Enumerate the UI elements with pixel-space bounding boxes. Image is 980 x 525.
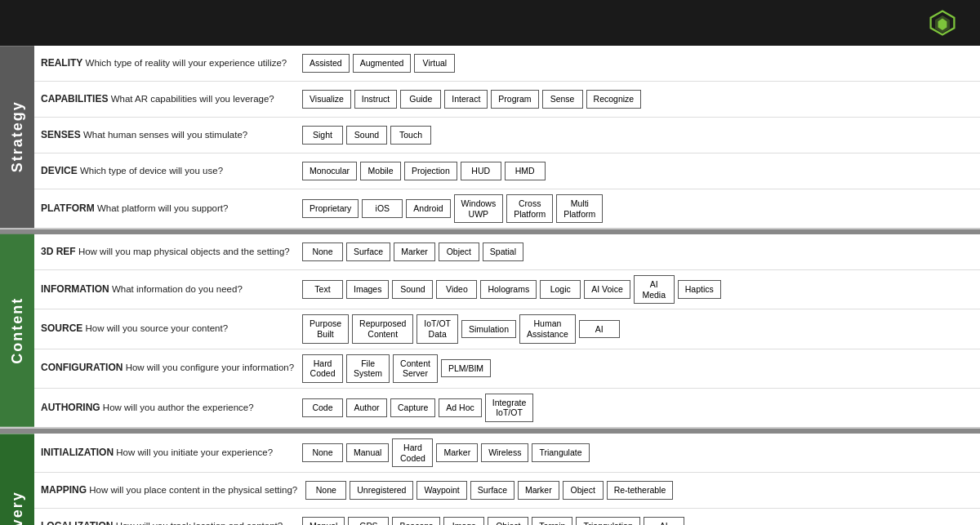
- btn-localization-4[interactable]: Object: [488, 517, 528, 525]
- btn-mapping-3[interactable]: Surface: [470, 481, 514, 500]
- btn-reality-1[interactable]: Augmented: [353, 54, 412, 73]
- row-label-information: INFORMATION What information do you need…: [41, 283, 302, 296]
- btn-authoring-3[interactable]: Ad Hoc: [439, 398, 481, 417]
- row-initialization: INITIALIZATION How will you initiate you…: [34, 434, 980, 473]
- btn-3dref-3[interactable]: Object: [439, 242, 479, 261]
- btn-source-1[interactable]: Repurposed Content: [352, 314, 413, 343]
- btn-initialization-0[interactable]: None: [302, 443, 343, 462]
- buttons-initialization: NoneManualHard CodedMarkerWirelessTriang…: [302, 438, 590, 467]
- btn-initialization-5[interactable]: Triangulate: [532, 443, 589, 462]
- btn-mapping-4[interactable]: Marker: [518, 481, 559, 500]
- btn-authoring-1[interactable]: Author: [346, 398, 387, 417]
- btn-mapping-0[interactable]: None: [305, 481, 346, 500]
- row-label-localization: LOCALIZATION How will you track location…: [41, 520, 302, 525]
- btn-configuration-0[interactable]: Hard Coded: [302, 354, 343, 383]
- btn-device-3[interactable]: HUD: [461, 162, 501, 180]
- btn-authoring-4[interactable]: Integrate IoT/OT: [485, 394, 533, 422]
- btn-information-4[interactable]: Holograms: [480, 280, 537, 299]
- btn-device-4[interactable]: HMD: [505, 162, 546, 180]
- btn-platform-5[interactable]: Multi Platform: [556, 194, 603, 223]
- row-information: INFORMATION What information do you need…: [34, 270, 980, 309]
- btn-configuration-1[interactable]: File System: [346, 354, 390, 383]
- btn-localization-0[interactable]: Manual: [302, 517, 345, 525]
- buttons-3dref: NoneSurfaceMarkerObjectSpatial: [302, 242, 523, 261]
- btn-device-0[interactable]: Monocular: [302, 162, 357, 180]
- btn-senses-1[interactable]: Sound: [346, 126, 387, 145]
- btn-information-8[interactable]: Haptics: [678, 280, 721, 299]
- buttons-capabilities: VisualizeInstructGuideInteractProgramSen…: [302, 90, 641, 109]
- buttons-information: TextImagesSoundVideoHologramsLogicAI Voi…: [302, 275, 721, 304]
- btn-configuration-3[interactable]: PLM/BIM: [441, 359, 491, 378]
- buttons-device: MonocularMobileProjectionHUDHMD: [302, 162, 546, 180]
- btn-initialization-1[interactable]: Manual: [346, 443, 389, 462]
- btn-localization-1[interactable]: GPS: [348, 517, 389, 525]
- btn-information-5[interactable]: Logic: [540, 280, 581, 299]
- btn-mapping-1[interactable]: Unregistered: [350, 481, 413, 500]
- btn-mapping-6[interactable]: Re-tetherable: [607, 481, 674, 500]
- btn-source-4[interactable]: Human Assistance: [519, 314, 576, 343]
- btn-information-6[interactable]: AI Voice: [584, 280, 630, 299]
- btn-localization-6[interactable]: Triangulation: [576, 517, 639, 525]
- btn-capabilities-2[interactable]: Guide: [400, 90, 441, 109]
- btn-mapping-5[interactable]: Object: [563, 481, 604, 500]
- btn-source-0[interactable]: Purpose Built: [302, 314, 349, 343]
- btn-3dref-1[interactable]: Surface: [346, 242, 390, 261]
- btn-capabilities-5[interactable]: Sense: [542, 90, 583, 109]
- btn-information-2[interactable]: Sound: [392, 280, 433, 299]
- btn-initialization-2[interactable]: Hard Coded: [392, 438, 433, 467]
- btn-mapping-2[interactable]: Waypoint: [416, 481, 466, 500]
- row-label-strong-source: SOURCE: [41, 323, 82, 334]
- btn-3dref-2[interactable]: Marker: [394, 242, 435, 261]
- btn-device-2[interactable]: Projection: [404, 162, 457, 180]
- header: [0, 0, 980, 46]
- row-label-text-initialization: How will you initiate your experience?: [114, 447, 273, 457]
- btn-source-5[interactable]: AI: [579, 320, 620, 339]
- btn-initialization-3[interactable]: Marker: [436, 443, 478, 462]
- row-label-platform: PLATFORM What platform will you support?: [41, 202, 302, 216]
- btn-platform-2[interactable]: Android: [406, 199, 450, 218]
- btn-localization-5[interactable]: Terrain: [532, 517, 572, 525]
- row-label-text-device: Which type of device will you use?: [78, 166, 223, 176]
- btn-information-0[interactable]: Text: [302, 280, 343, 299]
- btn-senses-0[interactable]: Sight: [302, 126, 343, 145]
- rows-content: 3D REF How will you map physical objects…: [34, 234, 980, 427]
- row-label-strong-initialization: INITIALIZATION: [41, 447, 114, 458]
- btn-capabilities-1[interactable]: Instruct: [354, 90, 397, 109]
- btn-authoring-0[interactable]: Code: [302, 398, 343, 417]
- btn-capabilities-3[interactable]: Interact: [444, 90, 488, 109]
- btn-information-3[interactable]: Video: [436, 280, 477, 299]
- btn-initialization-4[interactable]: Wireless: [481, 443, 528, 462]
- btn-platform-3[interactable]: Windows UWP: [454, 194, 504, 223]
- btn-3dref-0[interactable]: None: [302, 242, 343, 261]
- btn-reality-2[interactable]: Virtual: [414, 54, 455, 73]
- btn-capabilities-0[interactable]: Visualize: [302, 90, 351, 109]
- row-label-reality: REALITY Which type of reality will your …: [41, 57, 302, 70]
- btn-source-2[interactable]: IoT/OT Data: [416, 314, 458, 343]
- btn-platform-0[interactable]: Proprietary: [302, 199, 359, 218]
- btn-source-3[interactable]: Simulation: [461, 320, 516, 339]
- btn-capabilities-6[interactable]: Recognize: [586, 90, 642, 109]
- btn-information-1[interactable]: Images: [346, 280, 389, 299]
- btn-localization-7[interactable]: AI: [644, 517, 684, 525]
- row-localization: LOCALIZATION How will you track location…: [34, 509, 980, 525]
- row-label-text-mapping: How will you place content in the physic…: [87, 485, 297, 495]
- btn-reality-0[interactable]: Assisted: [302, 54, 350, 73]
- row-label-strong-3dref: 3D REF: [41, 246, 76, 257]
- row-label-text-capabilities: What AR capabilities will you leverage?: [108, 94, 274, 104]
- btn-localization-2[interactable]: Beacons: [392, 517, 440, 525]
- btn-localization-3[interactable]: Image: [443, 517, 484, 525]
- buttons-source: Purpose BuiltRepurposed ContentIoT/OT Da…: [302, 314, 620, 343]
- btn-device-1[interactable]: Mobile: [360, 162, 401, 180]
- btn-information-7[interactable]: AI Media: [634, 275, 675, 304]
- row-label-text-information: What information do you need?: [109, 284, 243, 294]
- btn-capabilities-4[interactable]: Program: [491, 90, 538, 109]
- btn-platform-4[interactable]: Cross Platform: [506, 194, 553, 223]
- row-label-device: DEVICE Which type of device will you use…: [41, 165, 302, 178]
- btn-configuration-2[interactable]: Content Server: [393, 354, 438, 383]
- btn-authoring-2[interactable]: Capture: [390, 398, 435, 417]
- btn-3dref-4[interactable]: Spatial: [483, 242, 523, 261]
- section-strategy: StrategyREALITY Which type of reality wi…: [0, 46, 980, 229]
- row-label-capabilities: CAPABILITIES What AR capabilities will y…: [41, 93, 302, 106]
- btn-senses-2[interactable]: Touch: [390, 126, 431, 145]
- btn-platform-1[interactable]: iOS: [362, 199, 403, 218]
